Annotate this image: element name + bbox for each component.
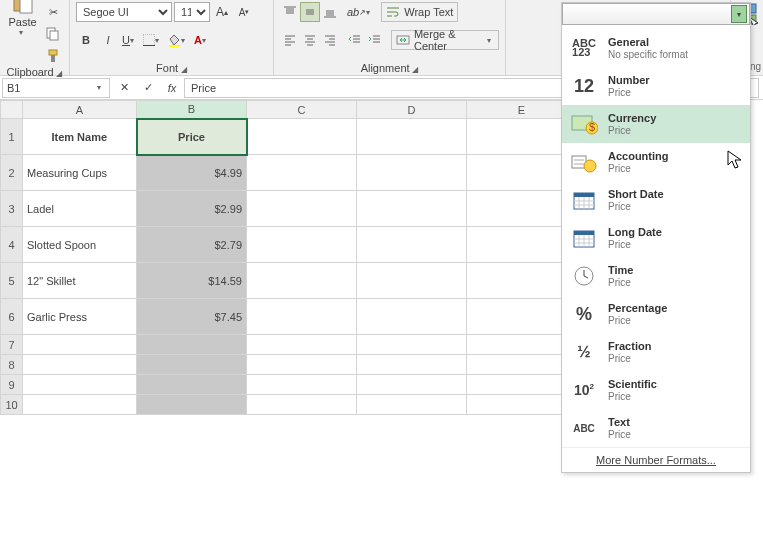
format-combo[interactable]: ▾: [562, 3, 750, 25]
cell-B4[interactable]: $2.79: [137, 227, 247, 263]
cell-A7[interactable]: [23, 335, 137, 355]
cell-E1[interactable]: [467, 119, 577, 155]
row-header-4[interactable]: 4: [1, 227, 23, 263]
cell-B10[interactable]: [137, 395, 247, 415]
row-header-10[interactable]: 10: [1, 395, 23, 415]
format-option-currency[interactable]: $CurrencyPrice: [562, 105, 750, 143]
cell-B6[interactable]: $7.45: [137, 299, 247, 335]
cell-A1[interactable]: Item Name: [23, 119, 137, 155]
cut-button[interactable]: ✂: [43, 2, 63, 22]
orientation-button[interactable]: ab↗▾: [346, 2, 375, 22]
cell-D9[interactable]: [357, 375, 467, 395]
cell-B8[interactable]: [137, 355, 247, 375]
cell-D6[interactable]: [357, 299, 467, 335]
cell-C5[interactable]: [247, 263, 357, 299]
align-top-button[interactable]: [280, 2, 300, 22]
fill-color-button[interactable]: ▾: [166, 30, 190, 50]
column-header-E[interactable]: E: [467, 101, 577, 119]
paste-button[interactable]: Paste ▾: [6, 2, 39, 22]
column-header-A[interactable]: A: [23, 101, 137, 119]
wrap-text-button[interactable]: Wrap Text: [381, 2, 458, 22]
row-header-2[interactable]: 2: [1, 155, 23, 191]
format-option-percentage[interactable]: %PercentagePrice: [562, 295, 750, 333]
cell-C8[interactable]: [247, 355, 357, 375]
cell-E6[interactable]: [467, 299, 577, 335]
dialog-launcher-icon[interactable]: ◢: [412, 65, 418, 74]
cancel-button[interactable]: ✕: [112, 78, 136, 98]
cell-E10[interactable]: [467, 395, 577, 415]
format-option-long-date[interactable]: Long DatePrice: [562, 219, 750, 257]
cell-A9[interactable]: [23, 375, 137, 395]
align-left-button[interactable]: [280, 30, 300, 50]
cell-B2[interactable]: $4.99: [137, 155, 247, 191]
cell-C2[interactable]: [247, 155, 357, 191]
cell-A2[interactable]: Measuring Cups: [23, 155, 137, 191]
decrease-font-button[interactable]: A▾: [234, 2, 254, 22]
format-option-text[interactable]: ABCTextPrice: [562, 409, 750, 447]
select-all-corner[interactable]: [1, 101, 23, 119]
cell-D4[interactable]: [357, 227, 467, 263]
font-color-button[interactable]: A▾: [192, 30, 212, 50]
cell-B5[interactable]: $14.59: [137, 263, 247, 299]
cell-C10[interactable]: [247, 395, 357, 415]
row-header-9[interactable]: 9: [1, 375, 23, 395]
cell-B9[interactable]: [137, 375, 247, 395]
more-formats-link[interactable]: More Number Formats...: [562, 447, 750, 472]
cell-B7[interactable]: [137, 335, 247, 355]
increase-font-button[interactable]: A▴: [212, 2, 232, 22]
align-middle-button[interactable]: [300, 2, 320, 22]
format-option-accounting[interactable]: AccountingPrice: [562, 143, 750, 181]
border-button[interactable]: ▾: [142, 30, 164, 50]
bold-button[interactable]: B: [76, 30, 96, 50]
cell-D1[interactable]: [357, 119, 467, 155]
row-header-3[interactable]: 3: [1, 191, 23, 227]
font-name-select[interactable]: Segoe UI: [76, 2, 172, 22]
format-option-scientific[interactable]: 102ScientificPrice: [562, 371, 750, 409]
format-option-general[interactable]: ABC123GeneralNo specific format: [562, 29, 750, 67]
fx-button[interactable]: fx: [160, 78, 184, 98]
format-painter-button[interactable]: [43, 46, 63, 66]
cell-E2[interactable]: [467, 155, 577, 191]
row-header-7[interactable]: 7: [1, 335, 23, 355]
cell-C6[interactable]: [247, 299, 357, 335]
cell-A3[interactable]: Ladel: [23, 191, 137, 227]
cell-E3[interactable]: [467, 191, 577, 227]
align-bottom-button[interactable]: [320, 2, 340, 22]
cell-D3[interactable]: [357, 191, 467, 227]
row-header-5[interactable]: 5: [1, 263, 23, 299]
cell-E7[interactable]: [467, 335, 577, 355]
font-size-select[interactable]: 11: [174, 2, 210, 22]
row-header-1[interactable]: 1: [1, 119, 23, 155]
cell-C4[interactable]: [247, 227, 357, 263]
column-header-D[interactable]: D: [357, 101, 467, 119]
cell-C9[interactable]: [247, 375, 357, 395]
format-option-number[interactable]: 12NumberPrice: [562, 67, 750, 105]
align-right-button[interactable]: [320, 30, 340, 50]
cell-C3[interactable]: [247, 191, 357, 227]
cell-D5[interactable]: [357, 263, 467, 299]
cell-A6[interactable]: Garlic Press: [23, 299, 137, 335]
copy-button[interactable]: [43, 24, 63, 44]
cell-D8[interactable]: [357, 355, 467, 375]
enter-button[interactable]: ✓: [136, 78, 160, 98]
cell-D7[interactable]: [357, 335, 467, 355]
merge-center-button[interactable]: Merge & Center ▾: [391, 30, 499, 50]
cell-B3[interactable]: $2.99: [137, 191, 247, 227]
cell-A5[interactable]: 12" Skillet: [23, 263, 137, 299]
cell-B1[interactable]: Price: [137, 119, 247, 155]
cell-E4[interactable]: [467, 227, 577, 263]
cell-E9[interactable]: [467, 375, 577, 395]
column-header-B[interactable]: B: [137, 101, 247, 119]
format-option-time[interactable]: TimePrice: [562, 257, 750, 295]
cell-D10[interactable]: [357, 395, 467, 415]
column-header-C[interactable]: C: [247, 101, 357, 119]
cell-C7[interactable]: [247, 335, 357, 355]
italic-button[interactable]: I: [98, 30, 118, 50]
dialog-launcher-icon[interactable]: ◢: [181, 65, 187, 74]
cell-A8[interactable]: [23, 355, 137, 375]
cell-E8[interactable]: [467, 355, 577, 375]
underline-button[interactable]: U▾: [120, 30, 140, 50]
name-box[interactable]: B1▾: [2, 78, 110, 98]
row-header-8[interactable]: 8: [1, 355, 23, 375]
cell-E5[interactable]: [467, 263, 577, 299]
